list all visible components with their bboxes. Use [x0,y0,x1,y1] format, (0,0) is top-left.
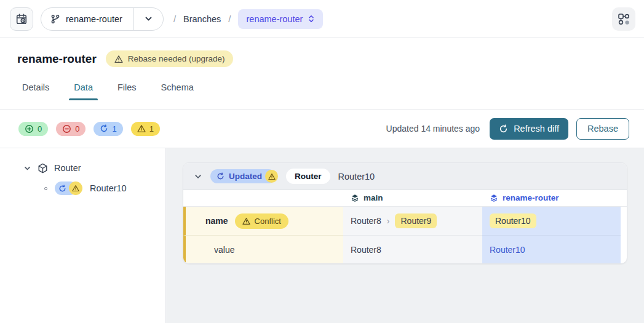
diff-counters: 0 0 1 [18,122,160,136]
tab-files[interactable]: Files [116,78,138,100]
refresh-icon [499,124,508,134]
status-badge-label: Rebase needed (upgrade) [128,54,225,63]
compare-value-highlighted: Router10 [490,213,536,228]
tree-node-status-badges [55,181,82,195]
field-name-label: name [205,216,228,226]
plus-circle-icon [25,124,34,134]
updated-status-label: Updated [229,172,262,181]
diff-table-header: main rename-router [183,190,627,207]
diff-row-value: value Router8 Router10 [183,235,627,263]
layers-icon [351,194,359,202]
chevron-down-icon[interactable] [194,172,202,181]
workflow-nodes-icon [618,13,630,25]
warning-icon [137,124,146,133]
warning-icon [265,170,278,183]
bullet-icon [44,187,47,190]
conflict-count: 1 [149,124,154,134]
warning-icon [114,55,123,63]
compare-value: Router10 [490,245,525,255]
base-branch-label: main [364,193,383,202]
tab-bar: Details Data Files Schema [17,78,627,100]
tree-node-label: Router10 [90,183,127,193]
refresh-diff-label: Refresh diff [514,124,559,134]
breadcrumb-item-branches[interactable]: Branches [183,14,221,24]
compare-branch-label: rename-router [503,193,559,202]
conflict-badge-label: Conflict [255,217,281,226]
calendar-clock-button[interactable] [10,7,33,31]
entity-type-badge: Router [286,169,330,184]
refresh-icon [217,172,225,180]
layers-icon [490,194,498,202]
base-value-cell: Router8 [343,235,482,263]
compare-branch-column-header: rename-router [482,190,621,206]
updated-count: 1 [112,124,116,134]
compare-value-cell: Router10 [482,207,621,235]
breadcrumb-separator: / [173,14,176,24]
branch-selector-value[interactable]: rename-router [41,14,133,24]
conflict-badge: Conflict [235,213,288,229]
breadcrumb-separator: / [228,14,231,24]
page-title: rename-router [17,52,97,66]
branch-name-label: rename-router [66,14,122,24]
refresh-icon [100,124,108,133]
warning-icon [69,181,82,195]
cube-icon [38,163,48,173]
tree-node-router[interactable]: Router [0,159,165,177]
updated-count-badge: 1 [93,122,122,136]
compare-value-cell: Router10 [482,235,621,263]
diff-toolbar: 0 0 1 [0,110,644,148]
tree-node-label: Router [54,163,81,173]
field-column-header [183,190,343,206]
entity-tree-sidebar: Router Router10 [0,148,166,323]
removed-count: 0 [75,124,79,134]
base-value-cell: Router8 › Router9 [343,207,482,235]
diff-panel: Updated Router Router10 [166,148,644,323]
breadcrumb: / Branches / rename-router [173,9,323,29]
added-count: 0 [38,124,42,134]
app-window: rename-router / Branches / rename-router [0,0,644,323]
updated-status-badge: Updated [210,169,278,183]
base-branch-column-header: main [343,190,482,206]
calendar-clock-icon [15,13,28,25]
diff-card-router10: Updated Router Router10 [183,162,627,264]
conflict-count-badge: 1 [131,122,160,136]
rebase-needed-badge: Rebase needed (upgrade) [106,50,234,67]
tab-schema[interactable]: Schema [160,78,195,100]
diff-card-header[interactable]: Updated Router Router10 [183,163,627,190]
removed-count-badge: 0 [56,122,85,136]
chevron-right-icon: › [387,216,390,226]
base-old-value: Router8 [351,216,381,226]
last-updated-text: Updated 14 minutes ago [386,124,480,134]
chevron-down-icon [144,14,153,23]
chevron-down-icon [23,164,31,172]
added-count-badge: 0 [18,122,48,136]
field-cell: value [183,235,343,263]
breadcrumb-branch-dropdown[interactable]: rename-router [238,9,323,29]
minus-circle-icon [62,124,71,134]
tree-node-router10[interactable]: Router10 [0,177,165,199]
refresh-diff-button[interactable]: Refresh diff [490,118,568,140]
warning-icon [242,217,250,225]
field-name-label: value [205,245,234,255]
content-area: Router Router10 [0,148,644,323]
git-branch-icon [50,14,60,24]
branch-selector-caret[interactable] [134,14,163,23]
tab-details[interactable]: Details [21,78,50,100]
breadcrumb-branch-label: rename-router [246,14,303,24]
branch-selector[interactable]: rename-router [41,7,164,31]
base-value: Router8 [351,245,381,255]
diff-card-title: Router10 [338,172,375,181]
diff-row-name: name Conflict Router8 › [183,207,627,235]
workflow-nodes-button[interactable] [612,7,635,31]
topbar: rename-router / Branches / rename-router [0,0,644,38]
field-cell: name Conflict [183,207,343,235]
rebase-button[interactable]: Rebase [576,118,629,140]
tab-data[interactable]: Data [73,78,94,100]
chevrons-up-down-icon [308,15,315,23]
page-header: rename-router Rebase needed (upgrade) De… [0,38,644,110]
base-new-value: Router9 [395,213,437,228]
